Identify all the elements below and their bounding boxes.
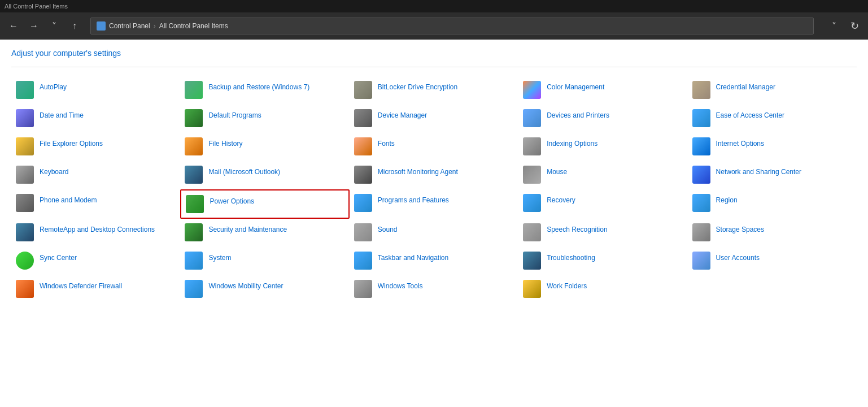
address-part1: Control Panel [109, 22, 150, 30]
control-item-system[interactable]: System [180, 247, 349, 275]
storage-icon [692, 223, 710, 241]
bitlocker-icon [354, 81, 372, 99]
network-label: Network and Sharing Center [716, 166, 801, 177]
autoplay-label: AutoPlay [40, 81, 67, 92]
control-item-devices[interactable]: Devices and Printers [518, 105, 687, 133]
control-item-color[interactable]: Color Management [518, 76, 687, 105]
control-item-programs[interactable]: Programs and Features [350, 189, 518, 219]
control-item-indexing[interactable]: Indexing Options [518, 133, 687, 161]
datetime-icon [16, 109, 34, 127]
wintools-icon [354, 280, 372, 298]
back-button[interactable]: ← [5, 17, 23, 35]
recovery-icon [523, 194, 541, 212]
control-item-wintools[interactable]: Windows Tools [350, 275, 518, 304]
fonts-label: Fonts [378, 137, 395, 149]
control-item-storage[interactable]: Storage Spaces [688, 219, 857, 247]
backup-icon [185, 81, 203, 99]
security-label: Security and Maintenance [208, 223, 287, 235]
control-item-workfolders[interactable]: Work Folders [518, 275, 687, 304]
control-item-taskbar[interactable]: Taskbar and Navigation [350, 247, 518, 275]
control-item-network[interactable]: Network and Sharing Center [688, 161, 857, 189]
control-item-bitlocker[interactable]: BitLocker Drive Encryption [350, 76, 518, 105]
sound-icon [354, 223, 372, 241]
fileexplorer-icon [16, 137, 34, 155]
mail-label: Mail (Microsoft Outlook) [208, 166, 280, 177]
winmobility-label: Windows Mobility Center [208, 280, 283, 291]
control-item-ease[interactable]: Ease of Access Center [688, 105, 857, 133]
credential-label: Credential Manager [716, 81, 775, 92]
sound-label: Sound [378, 223, 398, 235]
refresh-button[interactable]: ↻ [845, 17, 863, 35]
address-part2: All Control Panel Items [159, 22, 228, 30]
control-item-remoteapp[interactable]: RemoteApp and Desktop Connections [11, 219, 180, 247]
control-item-mouse[interactable]: Mouse [518, 161, 687, 189]
control-item-autoplay[interactable]: AutoPlay [11, 76, 180, 105]
control-item-sync[interactable]: Sync Center [11, 247, 180, 275]
control-item-recovery[interactable]: Recovery [518, 189, 687, 219]
control-item-backup[interactable]: Backup and Restore (Windows 7) [180, 76, 349, 105]
dropdown-button[interactable]: ˅ [45, 17, 63, 35]
workfolders-icon [523, 280, 541, 298]
useraccts-label: User Accounts [716, 252, 760, 263]
control-item-default[interactable]: Default Programs [180, 105, 349, 133]
backup-label: Backup and Restore (Windows 7) [208, 81, 309, 92]
control-item-fonts[interactable]: Fonts [350, 133, 518, 161]
control-item-useraccts[interactable]: User Accounts [688, 247, 857, 275]
control-item-datetime[interactable]: Date and Time [11, 105, 180, 133]
control-item-phone[interactable]: Phone and Modem [11, 189, 180, 219]
datetime-label: Date and Time [40, 109, 84, 120]
control-item-region[interactable]: Region [688, 189, 857, 219]
programs-icon [354, 194, 372, 212]
up-button[interactable]: ↑ [66, 17, 84, 35]
control-item-windefender[interactable]: Windows Defender Firewall [11, 275, 180, 304]
control-item-credential[interactable]: Credential Manager [688, 76, 857, 105]
devices-icon [523, 109, 541, 127]
keyboard-label: Keyboard [40, 166, 68, 177]
region-label: Region [716, 194, 738, 205]
control-item-winmobility[interactable]: Windows Mobility Center [180, 275, 349, 304]
indexing-icon [523, 137, 541, 155]
control-item-mail[interactable]: Mail (Microsoft Outlook) [180, 161, 349, 189]
dropdown2-button[interactable]: ˅ [825, 17, 843, 35]
control-item-speech[interactable]: Speech Recognition [518, 219, 687, 247]
fileexplorer-label: File Explorer Options [40, 137, 103, 149]
main-content: Adjust your computer's settings AutoPlay… [0, 40, 868, 313]
control-item-filehistory[interactable]: File History [180, 133, 349, 161]
bitlocker-label: BitLocker Drive Encryption [378, 81, 457, 92]
system-label: System [208, 252, 231, 263]
control-item-power[interactable]: Power Options [180, 189, 349, 219]
control-item-sound[interactable]: Sound [350, 219, 518, 247]
phone-label: Phone and Modem [40, 194, 97, 205]
default-label: Default Programs [208, 109, 261, 120]
control-item-devicemgr[interactable]: Device Manager [350, 105, 518, 133]
control-item-internet[interactable]: Internet Options [688, 133, 857, 161]
phone-icon [16, 194, 34, 212]
windefender-icon [16, 280, 34, 298]
forward-button[interactable]: → [25, 17, 43, 35]
msmonitoring-label: Microsoft Monitoring Agent [378, 166, 458, 177]
control-item-msmonitoring[interactable]: Microsoft Monitoring Agent [350, 161, 518, 189]
msmonitoring-icon [354, 166, 372, 184]
color-label: Color Management [547, 81, 604, 92]
indexing-label: Indexing Options [547, 137, 597, 149]
items-grid: AutoPlayBackup and Restore (Windows 7)Bi… [11, 76, 857, 304]
ease-label: Ease of Access Center [716, 109, 784, 120]
sync-icon [16, 252, 34, 270]
mouse-label: Mouse [547, 166, 567, 177]
internet-icon [692, 137, 710, 155]
default-icon [185, 109, 203, 127]
address-bar[interactable]: Control Panel › All Control Panel Items [90, 18, 814, 34]
ease-icon [692, 109, 710, 127]
troubleshoot-label: Troubleshooting [547, 252, 595, 263]
title-bar: All Control Panel Items [0, 0, 868, 12]
title-bar-text: All Control Panel Items [5, 3, 68, 10]
address-separator: › [154, 22, 156, 30]
control-item-troubleshoot[interactable]: Troubleshooting [518, 247, 687, 275]
control-item-keyboard[interactable]: Keyboard [11, 161, 180, 189]
control-item-fileexplorer[interactable]: File Explorer Options [11, 133, 180, 161]
storage-label: Storage Spaces [716, 223, 764, 235]
network-icon [692, 166, 710, 184]
control-item-security[interactable]: Security and Maintenance [180, 219, 349, 247]
security-icon [185, 223, 203, 241]
useraccts-icon [692, 252, 710, 270]
